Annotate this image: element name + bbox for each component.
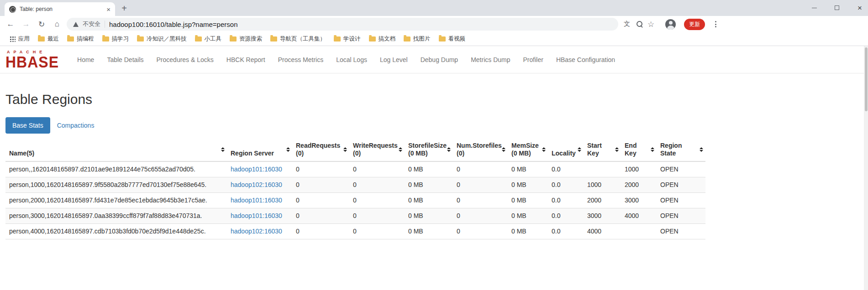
minimize-icon <box>812 8 817 8</box>
hbase-nav-link[interactable]: Procedures & Locks <box>150 56 220 63</box>
tab-compactions[interactable]: Compactions <box>50 117 101 134</box>
sort-icon[interactable] <box>502 147 505 152</box>
num-storefiles-cell: 0 <box>453 192 508 208</box>
bookmark-folder-list: 最近 搞编程 搞学习 冷知识／黑科技 小工具 <box>34 34 469 44</box>
refresh-button[interactable]: ↻ <box>36 20 47 29</box>
region-state-cell: OPEN <box>657 223 705 239</box>
window-close-button[interactable]: × <box>856 4 863 11</box>
hbase-nav-link[interactable]: Metrics Dump <box>464 56 516 63</box>
sort-icon[interactable] <box>343 147 347 152</box>
security-label[interactable]: 不安全 <box>83 20 100 28</box>
locality-cell: 0.0 <box>548 161 584 177</box>
column-header[interactable]: Start Key <box>584 138 621 161</box>
start-key-cell: 3000 <box>584 208 621 223</box>
profile-avatar[interactable] <box>665 19 676 30</box>
bookmark-folder[interactable]: 小工具 <box>191 34 226 44</box>
sort-icon[interactable] <box>615 147 619 152</box>
bookmark-folder-label: 最近 <box>47 35 59 43</box>
scrollbar-thumb[interactable] <box>865 47 868 111</box>
bookmark-folder[interactable]: 找图片 <box>400 34 435 44</box>
region-server-link[interactable]: hadoop102:16030 <box>231 228 282 235</box>
browser-tab[interactable]: Table: person × <box>5 2 115 16</box>
page-scrollbar[interactable] <box>864 46 868 290</box>
column-header[interactable]: StorefileSize (0 MB) <box>405 138 453 161</box>
not-secure-warning-icon[interactable] <box>73 22 79 27</box>
hbase-nav-link[interactable]: Home <box>71 56 100 63</box>
bookmark-folder[interactable]: 搞编程 <box>63 34 98 44</box>
hbase-nav-link[interactable]: Local Logs <box>330 56 374 63</box>
sort-icon[interactable] <box>399 147 402 152</box>
column-header[interactable]: End Key <box>621 138 657 161</box>
region-server-link[interactable]: hadoop102:16030 <box>231 181 282 188</box>
sort-icon[interactable] <box>221 147 225 152</box>
sort-icon[interactable] <box>578 147 581 152</box>
column-header[interactable]: MemSize (0 MB) <box>508 138 548 161</box>
read-requests-cell: 0 <box>292 223 349 239</box>
region-server-link[interactable]: hadoop101:16030 <box>231 212 282 219</box>
bookmark-folder[interactable]: 导航页（工具集） <box>266 34 330 44</box>
address-bar[interactable]: 不安全 hadoop100:16010/table.jsp?name=perso… <box>67 18 618 31</box>
hbase-nav-link[interactable]: Debug Dump <box>414 56 465 63</box>
new-tab-button[interactable]: + <box>118 2 131 15</box>
window-controls: × <box>810 0 863 16</box>
bookmark-star-icon[interactable]: ☆ <box>647 20 654 29</box>
tab-base-stats[interactable]: Base Stats <box>5 117 50 134</box>
sort-icon[interactable] <box>447 147 451 152</box>
read-requests-cell: 0 <box>292 177 349 192</box>
window-close-icon: × <box>857 4 862 12</box>
bookmark-folder[interactable]: 学设计 <box>330 34 365 44</box>
column-header[interactable]: WriteRequests (0) <box>349 138 405 161</box>
zoom-magnifier-icon[interactable] <box>636 20 644 28</box>
start-key-cell: 1000 <box>584 177 621 192</box>
home-button[interactable]: ⌂ <box>51 20 63 29</box>
storefile-size-cell: 0 MB <box>405 177 453 192</box>
bookmark-folder-label: 找图片 <box>413 35 431 43</box>
tab-close-icon[interactable]: × <box>106 6 110 13</box>
folder-icon <box>137 36 144 41</box>
sort-icon[interactable] <box>286 147 290 152</box>
region-server-link[interactable]: hadoop101:16030 <box>231 197 282 204</box>
bookmark-folder[interactable]: 搞文档 <box>365 34 400 44</box>
column-header-label: End Key <box>625 142 647 157</box>
column-header[interactable]: Region State <box>657 138 705 161</box>
end-key-cell: 4000 <box>621 208 657 223</box>
hbase-logo[interactable]: APACHE HBASE <box>5 50 59 69</box>
hbase-nav-link[interactable]: Process Metrics <box>272 56 330 63</box>
bookmark-folder[interactable]: 最近 <box>34 34 63 44</box>
sort-icon[interactable] <box>700 147 703 152</box>
region-server-link[interactable]: hadoop101:16030 <box>231 166 282 173</box>
bookmark-folder[interactable]: 资源搜索 <box>226 34 266 44</box>
bookmark-folder-label: 搞文档 <box>379 35 396 43</box>
hbase-nav-link[interactable]: Profiler <box>517 56 550 63</box>
folder-icon <box>102 36 109 41</box>
minimize-button[interactable] <box>810 4 818 11</box>
column-header[interactable]: Region Server <box>227 138 292 161</box>
hbase-nav-link[interactable]: HBase Configuration <box>550 56 621 63</box>
apps-shortcut[interactable]: 应用 <box>5 34 34 44</box>
mem-size-cell: 0 MB <box>508 223 548 239</box>
region-state-cell: OPEN <box>657 161 705 177</box>
forward-button[interactable]: → <box>20 20 32 29</box>
column-header[interactable]: Locality <box>548 138 584 161</box>
sort-icon[interactable] <box>542 147 546 152</box>
column-header[interactable]: Num.Storefiles (0) <box>453 138 508 161</box>
column-header[interactable]: ReadRequests (0) <box>292 138 349 161</box>
bookmark-folder-label: 看视频 <box>448 35 466 43</box>
maximize-button[interactable] <box>833 4 841 11</box>
table-header-row: Name(5) Region Server ReadRequests (0) <box>5 138 705 161</box>
hbase-nav-link[interactable]: Log Level <box>374 56 414 63</box>
sort-icon[interactable] <box>651 147 654 152</box>
bookmark-folder[interactable]: 冷知识／黑科技 <box>133 34 191 44</box>
back-button[interactable]: ← <box>5 20 16 29</box>
translate-icon[interactable]: 文 <box>622 20 632 28</box>
storefile-size-cell: 0 MB <box>405 223 453 239</box>
num-storefiles-cell: 0 <box>453 223 508 239</box>
browser-menu-icon[interactable] <box>711 20 720 28</box>
column-header[interactable]: Name(5) <box>5 138 227 161</box>
bookmark-folder[interactable]: 搞学习 <box>98 34 133 44</box>
hbase-nav-link[interactable]: Table Details <box>100 56 150 63</box>
url-text[interactable]: hadoop100:16010/table.jsp?name=person <box>109 21 237 28</box>
bookmark-folder[interactable]: 看视频 <box>435 34 470 44</box>
hbase-nav-link[interactable]: HBCK Report <box>220 56 272 63</box>
update-button[interactable]: 更新 <box>684 19 705 30</box>
